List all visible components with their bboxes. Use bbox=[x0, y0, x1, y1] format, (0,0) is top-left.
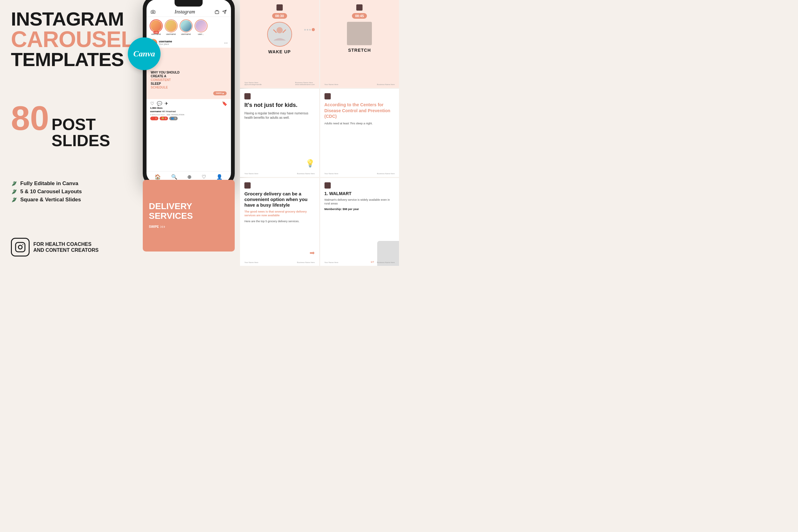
share-icon[interactable]: ✈ bbox=[165, 101, 168, 106]
right-panel: 08:30 WAKE UP Your Name Here @yourinstag… bbox=[240, 0, 399, 266]
comment-icon[interactable]: 💬 bbox=[157, 101, 162, 106]
story-avatar-2 bbox=[166, 20, 177, 32]
post-options-dots[interactable]: ··· bbox=[224, 40, 228, 45]
svg-point-7 bbox=[277, 27, 283, 33]
post-title-line3: SLEEP bbox=[151, 82, 227, 86]
feature-item-1: Fully Editable in Canva bbox=[11, 180, 126, 187]
post-title-line1: WHY YOU SHOULD bbox=[151, 71, 227, 75]
reaction-haha: 😂 9 bbox=[159, 117, 168, 120]
dot-small-2 bbox=[307, 29, 308, 31]
profile-nav-icon[interactable]: 👤 bbox=[216, 174, 223, 180]
story-label-3: username bbox=[181, 33, 191, 35]
strip-title-line1: DELIVERY bbox=[149, 202, 228, 211]
wake-label: WAKE UP bbox=[268, 49, 291, 54]
svg-rect-4 bbox=[215, 11, 219, 14]
card-footer-left: Your Name Here @yourinstagrmandle bbox=[244, 82, 262, 86]
stretch-name-left: Your Name Here bbox=[324, 83, 338, 86]
story-label-2: username bbox=[166, 33, 176, 35]
instagram-wordmark: Instagram bbox=[174, 9, 195, 15]
story-bubble-2[interactable]: username bbox=[165, 19, 178, 35]
count-number: 80 bbox=[11, 101, 49, 135]
title-block: INSTAGRAM CAROUSEL TEMPLATES bbox=[11, 10, 126, 69]
instagram-icon-wrap bbox=[11, 238, 30, 256]
add-nav-icon[interactable]: ⊕ bbox=[187, 174, 191, 180]
sleep-name-right: Business Name Here bbox=[297, 173, 315, 174]
ig-header-icons bbox=[215, 10, 227, 14]
svg-point-3 bbox=[152, 11, 154, 13]
svg-line-8 bbox=[273, 30, 277, 33]
walmart-membership: Membership: $98 per year bbox=[324, 208, 395, 211]
story-bubble-4[interactable]: user... bbox=[194, 19, 208, 35]
strip-swipe-arrows: ››› bbox=[160, 224, 165, 229]
heart-nav-icon[interactable]: ♡ bbox=[202, 174, 206, 180]
swipe-button[interactable]: SWIPE ▶ bbox=[213, 91, 226, 95]
footer-text: FOR HEALTH COACHES AND CONTENT CREATORS bbox=[33, 241, 98, 253]
stretch-time: 08:45 bbox=[352, 13, 367, 19]
svg-rect-0 bbox=[16, 243, 25, 252]
phone-notch bbox=[174, 0, 203, 6]
phone-wrapper: Instagram LIVE username bbox=[143, 0, 235, 251]
preview-card-wake: 08:30 WAKE UP Your Name Here @yourinstag… bbox=[240, 0, 319, 88]
stretch-label: STRETCH bbox=[348, 48, 371, 53]
phone-screen: Instagram LIVE username bbox=[147, 0, 231, 182]
card-footer-sleep: Your Name Here Business Name Here bbox=[244, 173, 315, 174]
swipe-arrow: ▶ bbox=[223, 92, 224, 94]
stretch-image bbox=[347, 22, 372, 45]
phone-outer: Instagram LIVE username bbox=[143, 0, 235, 186]
camera-icon bbox=[151, 10, 155, 14]
canva-badge: Canva bbox=[128, 37, 160, 70]
card-url-right: www.websitename.com bbox=[295, 83, 315, 86]
stretch-name-right: Business Name Here bbox=[377, 83, 395, 86]
grocery-subtitle: The good news is that several grocery de… bbox=[244, 210, 315, 217]
card-logo-sleep bbox=[244, 93, 251, 99]
dotted-line bbox=[304, 28, 315, 31]
dot-small-3 bbox=[309, 29, 311, 31]
card-footer-stretch: Your Name Here Business Name Here bbox=[324, 83, 395, 86]
post-username: username bbox=[159, 40, 172, 43]
like-icon[interactable]: ♡ bbox=[150, 101, 154, 106]
reaction-wow: 👥 5 bbox=[169, 117, 178, 120]
card-logo-cdc bbox=[324, 93, 331, 99]
grocery-title: Grocery delivery can be a convenient opt… bbox=[244, 191, 315, 208]
ig-reactions: ❤️ 1 😂 9 👥 5 bbox=[147, 116, 231, 121]
strip-title-line2: SERVICES bbox=[149, 211, 228, 221]
tv-icon bbox=[215, 10, 219, 14]
svg-line-9 bbox=[283, 30, 286, 33]
story-ring-live: LIVE bbox=[150, 19, 163, 33]
ig-post-header: username Your place ··· bbox=[147, 38, 231, 48]
dot-large bbox=[312, 28, 315, 31]
preview-card-walmart: 1. WALMART Walmart's delivery service is… bbox=[320, 178, 399, 266]
card-logo-wake bbox=[277, 4, 283, 11]
story-bubble-3[interactable]: username bbox=[179, 19, 193, 35]
grocery-body: Here are the top 5 grocery delivery serv… bbox=[244, 220, 315, 224]
bookmark-icon[interactable]: 🔖 bbox=[222, 101, 227, 106]
ig-actions: ♡ 💬 ✈ 🔖 bbox=[147, 99, 231, 107]
card-logo-walmart bbox=[324, 182, 331, 189]
story-avatar-1 bbox=[151, 20, 162, 32]
story-avatar-4 bbox=[195, 20, 207, 32]
footer-line2: AND CONTENT CREATORS bbox=[33, 247, 98, 253]
sleep-body: Having a regular bedtime may have numero… bbox=[244, 111, 315, 120]
home-nav-icon[interactable]: 🏠 bbox=[155, 174, 161, 180]
live-badge: LIVE bbox=[153, 31, 159, 34]
feature-item-3: Square & Vertical Slides bbox=[11, 197, 126, 203]
card-footer-walmart: Your Name Here Business Name Here bbox=[324, 262, 395, 263]
story-label-4: user... bbox=[198, 33, 204, 35]
feature-text-2: 5 & 10 Carousel Layouts bbox=[20, 189, 82, 195]
cdc-body: Adults need at least 7hrs sleep a night. bbox=[324, 121, 395, 126]
features-list: Fully Editable in Canva 5 & 10 Carousel … bbox=[11, 180, 126, 205]
strip-swipe: SWIPE ››› bbox=[149, 224, 228, 229]
caption-username: username bbox=[150, 110, 161, 113]
post-user-info: username Your place bbox=[159, 40, 172, 45]
svg-point-2 bbox=[22, 244, 23, 245]
search-nav-icon[interactable]: 🔍 bbox=[171, 174, 177, 180]
walmart-name-left: Your Name Here bbox=[324, 262, 338, 263]
card-logo-stretch bbox=[356, 4, 363, 11]
leaf-icon-3 bbox=[11, 197, 17, 203]
card-footer-wake: Your Name Here @yourinstagrmandle Busine… bbox=[244, 82, 315, 86]
story-ring-2 bbox=[165, 19, 178, 33]
ig-actions-left: ♡ 💬 ✈ bbox=[150, 101, 168, 106]
feature-text-1: Fully Editable in Canva bbox=[20, 180, 78, 187]
story-bubble-1[interactable]: LIVE username bbox=[150, 19, 163, 35]
post-title-line2: CREATE A bbox=[151, 75, 227, 78]
